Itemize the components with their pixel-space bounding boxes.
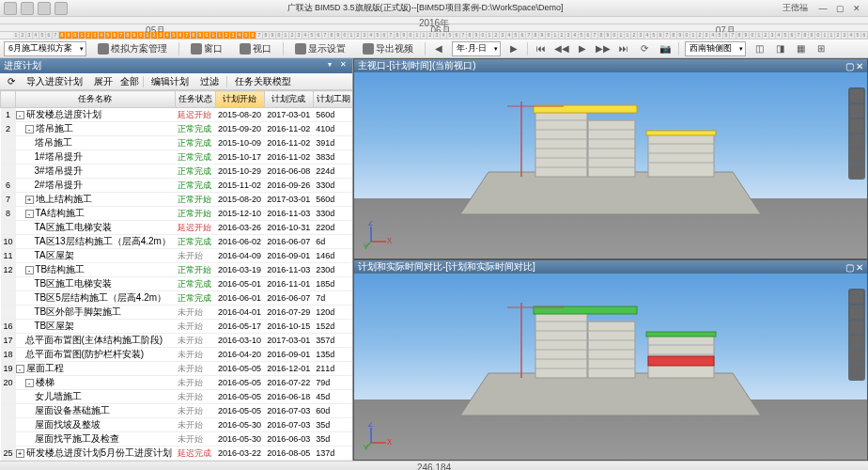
date-next-button[interactable]: ▶ [506,41,521,56]
refresh-icon[interactable]: ⟳ [4,76,19,86]
timeline-day[interactable]: 2 [151,32,158,39]
timeline-day[interactable]: 9 [809,32,815,39]
timeline-day[interactable]: 8 [736,32,743,39]
timeline-day[interactable]: 1 [283,32,289,39]
timeline-day[interactable]: 4 [506,32,513,39]
col-header[interactable]: 计划开始 [215,91,264,108]
sim-settings-button[interactable]: 模拟方案管理 [92,41,173,56]
timeline-day[interactable]: 0 [480,32,487,39]
qat-undo-icon[interactable] [21,2,34,15]
timeline-day[interactable]: 2 [427,32,434,39]
timeline-day[interactable]: 6 [723,32,730,39]
timeline-day[interactable]: 3 [500,32,506,39]
timeline-day[interactable]: 3 [769,32,776,39]
timeline-day[interactable]: 7 [388,32,395,39]
timeline-day[interactable]: 1 [487,32,493,39]
play-prev-button[interactable]: ◀◀ [554,41,569,56]
timeline-day[interactable]: 3 [362,32,368,39]
timeline-day[interactable]: 0 [204,32,210,39]
tool-icon-3[interactable]: ▦ [793,41,808,56]
assoc-model-button[interactable]: 任务关联模型 [231,75,295,88]
timeline-day[interactable]: 7 [184,32,191,39]
timeline-day[interactable]: 2 [224,32,230,39]
timeline-day[interactable]: 1 [822,32,829,39]
table-row[interactable]: +延迟完成2016-03-222016-08-05137d2016-04-242… [1,461,353,462]
fit-tool-icon[interactable] [850,134,863,148]
table-row[interactable]: 25+研发楼总进度计划5月份工进度计划延迟完成2016-03-222016-08… [1,446,353,461]
timeline-day[interactable]: 4 [99,32,105,39]
timeline-day[interactable]: 0 [546,32,552,39]
timeline-day[interactable]: 5 [651,32,658,39]
timeline-day[interactable]: 3 [566,32,572,39]
filter-dropdown[interactable]: 全部 [120,75,139,88]
table-row[interactable]: 62#塔吊提升正常完成2015-11-022016-09-26330d2015-… [1,179,353,193]
timeline-day[interactable]: 0 [815,32,822,39]
viewport-bottom[interactable]: 计划和实际时间对比-[计划和实际时间对比] ▢✕ [353,259,868,461]
timeline-day[interactable]: 0 [138,32,145,39]
tree-expand-icon[interactable]: - [25,379,34,387]
timeline-day[interactable]: 5 [171,32,178,39]
timeline-day[interactable]: 2 [493,32,500,39]
window-button[interactable]: 窗口 [185,41,228,56]
timeline-day[interactable]: 7 [730,32,736,39]
timeline-day[interactable]: 9 [197,32,204,39]
timeline-day[interactable]: 5 [243,32,250,39]
zoom-tool-icon[interactable] [850,119,863,133]
refresh-button[interactable]: ⟳ [637,41,652,56]
timeline-day[interactable]: 8 [329,32,335,39]
orbit-tool-icon[interactable] [850,89,863,102]
table-row[interactable]: 1#塔吊提升正常完成2015-10-172016-11-02383d2015-1… [1,150,353,164]
col-header[interactable]: 任务名称 [16,91,176,108]
timeline-day[interactable]: 6 [861,32,868,39]
vp-max-icon[interactable]: ▢ [845,262,854,273]
import-plan-button[interactable]: 导入进度计划 [23,75,86,88]
timeline-day[interactable]: 0 [408,32,414,39]
timeline-day[interactable]: 3 [158,32,164,39]
timeline-day[interactable]: 1 [690,32,697,39]
play-last-button[interactable]: ⏭ [616,41,631,56]
timeline-day[interactable]: 0 [72,32,79,39]
pan-tool-icon[interactable] [850,104,863,118]
timeline-day[interactable]: 1 [217,32,224,39]
timeline-day[interactable]: 0 [750,32,756,39]
timeline-day[interactable]: 8 [802,32,809,39]
timeline-day[interactable]: 2 [763,32,769,39]
table-row[interactable]: 17总平面布置图(主体结构施工阶段)未开始2016-03-102017-03-0… [1,334,353,348]
timeline-day[interactable]: 6 [381,32,388,39]
qat-more-icon[interactable] [54,2,68,15]
measure-tool-icon[interactable] [850,366,863,379]
timeline-day[interactable]: 0 [684,32,690,39]
timeline-day[interactable]: 6 [454,32,460,39]
timeline-day[interactable]: 7 [526,32,533,39]
table-row[interactable]: 11TA区屋架未开始2016-04-092016-09-01146d [1,249,353,263]
maximize-button[interactable]: ▢ [832,2,847,15]
table-row[interactable]: 18总平面布置图(防护栏杆安装)未开始2016-04-202016-09-011… [1,348,353,362]
minimize-button[interactable]: — [815,2,830,15]
timeline-day[interactable]: 8 [263,32,270,39]
timeline-day[interactable]: 4 [368,32,375,39]
timeline-day[interactable]: 8 [533,32,539,39]
timeline-day[interactable]: 5 [375,32,381,39]
timeline-day[interactable]: 1 [829,32,835,39]
expand-button[interactable]: 展开 [90,75,116,88]
timeline-day[interactable]: 6 [250,32,256,39]
timeline-day[interactable]: 9 [132,32,138,39]
table-row[interactable]: 2-塔吊施工正常完成2015-09-202016-11-02410d2015-0… [1,122,353,136]
timeline-day[interactable]: 0 [612,32,618,39]
fit-tool-icon[interactable] [850,336,863,349]
table-row[interactable]: 屋面找坡及整坡未开始2016-05-302016-07-0335d0d [1,418,353,432]
zoom-tool-icon[interactable] [850,321,863,334]
timeline-day[interactable]: 9 [473,32,480,39]
timeline-day[interactable]: 0 [342,32,349,39]
timeline-day[interactable]: 1 [618,32,625,39]
table-row[interactable]: 19-屋面工程未开始2016-05-052016-12-01211d0d [1,362,353,376]
timeline-day[interactable]: 0 [276,32,283,39]
timeline-day[interactable]: 4 [164,32,171,39]
play-first-button[interactable]: ⏮ [534,41,549,56]
table-row[interactable]: 屋面找平施工及检查未开始2016-05-302016-06-0335d0d [1,432,353,446]
timeline-day[interactable]: 8 [59,32,66,39]
timeline-day[interactable]: 4 [572,32,579,39]
tree-expand-icon[interactable]: - [25,266,34,274]
timeline-day[interactable]: 2 [85,32,92,39]
timeline-day[interactable]: 3 [842,32,848,39]
